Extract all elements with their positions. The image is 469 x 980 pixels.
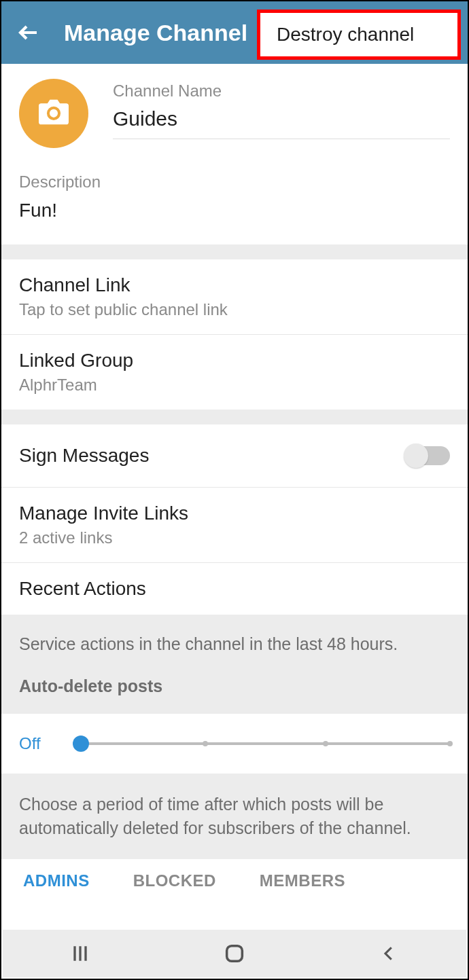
auto-delete-value: Off (19, 734, 53, 753)
auto-delete-slider-row: Off (1, 714, 468, 774)
header: Manage Channel Destroy channel (1, 1, 468, 64)
channel-name-label: Channel Name (113, 81, 450, 101)
auto-delete-info: Choose a period of time after which post… (19, 793, 450, 840)
sign-messages-title: Sign Messages (19, 445, 149, 467)
destroy-channel-button[interactable]: Destroy channel (257, 10, 461, 60)
home-button[interactable] (218, 937, 251, 970)
member-tabs: ADMINS BLOCKED MEMBERS (1, 859, 468, 903)
channel-link-row[interactable]: Channel Link Tap to set public channel l… (1, 259, 468, 335)
recents-button[interactable] (63, 937, 97, 970)
description-input[interactable]: Fun! (19, 200, 450, 221)
linked-group-sub: AlphrTeam (19, 376, 450, 395)
camera-icon (39, 98, 69, 128)
back-system-button[interactable] (372, 937, 406, 970)
back-button[interactable] (16, 20, 41, 45)
description-label: Description (19, 173, 450, 192)
sign-messages-toggle[interactable] (405, 446, 450, 465)
sign-messages-row[interactable]: Sign Messages (1, 424, 468, 488)
system-navbar (3, 930, 466, 977)
auto-delete-slider[interactable] (73, 742, 450, 745)
tab-members[interactable]: MEMBERS (238, 871, 367, 890)
channel-link-sub: Tap to set public channel link (19, 300, 450, 319)
svg-rect-0 (227, 946, 243, 962)
tab-blocked[interactable]: BLOCKED (111, 871, 238, 890)
invite-links-row[interactable]: Manage Invite Links 2 active links (1, 488, 468, 563)
invite-links-sub: 2 active links (19, 528, 450, 547)
recent-actions-row[interactable]: Recent Actions (1, 563, 468, 615)
channel-name-input[interactable]: Guides (113, 107, 450, 130)
channel-photo-button[interactable] (19, 79, 88, 148)
channel-link-title: Channel Link (19, 274, 450, 296)
linked-group-title: Linked Group (19, 350, 450, 371)
recent-actions-title: Recent Actions (19, 578, 450, 600)
tab-admins[interactable]: ADMINS (1, 871, 111, 890)
page-title: Manage Channel (64, 20, 247, 46)
destroy-channel-label: Destroy channel (277, 24, 414, 46)
auto-delete-heading: Auto-delete posts (19, 676, 450, 696)
invite-links-title: Manage Invite Links (19, 503, 450, 524)
service-info-text: Service actions in the channel in the la… (19, 632, 450, 656)
linked-group-row[interactable]: Linked Group AlphrTeam (1, 335, 468, 410)
